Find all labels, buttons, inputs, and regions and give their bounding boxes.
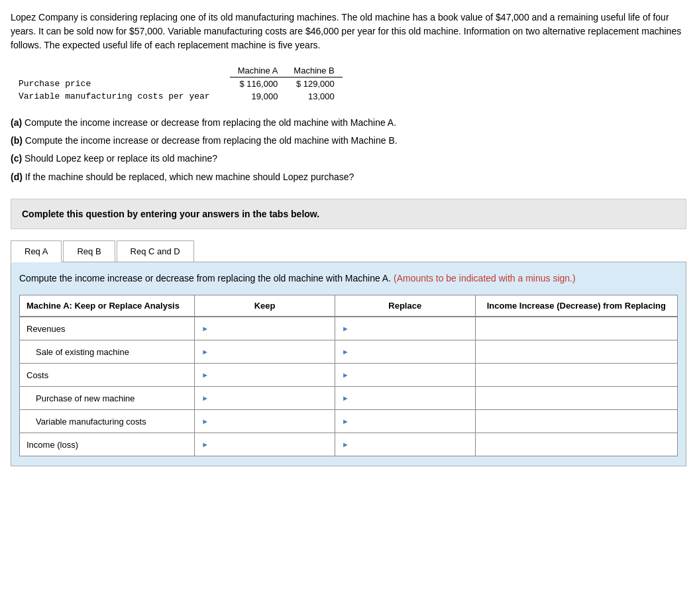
machine-row-col1-1: 19,000 xyxy=(230,90,286,103)
arrow-keep-4: ► xyxy=(201,416,209,427)
analysis-row-label-0: Revenues xyxy=(20,317,195,340)
arrow-replace-2: ► xyxy=(342,370,349,381)
arrow-replace-1: ► xyxy=(342,346,349,358)
instruction-box: Complete this question by entering your … xyxy=(11,199,686,229)
arrow-replace-5: ► xyxy=(342,439,349,450)
machine-row-col1-0: $ 116,000 xyxy=(230,77,286,91)
keep-cell-0[interactable]: ► xyxy=(195,317,335,340)
replace-cell-0[interactable]: ► xyxy=(335,317,475,340)
input-income-3[interactable] xyxy=(482,393,670,403)
tabs-row: Req A Req B Req C and D xyxy=(11,240,686,262)
keep-cell-5[interactable]: ► xyxy=(195,433,335,456)
analysis-row-2: Costs ► ► xyxy=(20,364,678,387)
arrow-keep-0: ► xyxy=(201,323,209,334)
table-header-analysis: Machine A: Keep or Replace Analysis xyxy=(20,295,195,317)
keep-cell-1[interactable]: ► xyxy=(195,340,335,364)
questions-section: (a) Compute the income increase or decre… xyxy=(11,115,686,185)
analysis-row-1: Sale of existing machine ► ► xyxy=(20,340,678,364)
replace-cell-1[interactable]: ► xyxy=(335,340,475,364)
table-header-replace: Replace xyxy=(335,295,475,317)
income-cell-0[interactable] xyxy=(475,317,677,340)
input-replace-3[interactable] xyxy=(350,393,468,403)
analysis-row-4: Variable manufacturing costs ► ► xyxy=(20,410,678,433)
tab-description-highlight: (Amounts to be indicated with a minus si… xyxy=(394,273,576,283)
arrow-keep-1: ► xyxy=(201,346,209,358)
input-replace-0[interactable] xyxy=(350,324,468,334)
replace-cell-4[interactable]: ► xyxy=(335,410,475,433)
tab-description: Compute the income increase or decrease … xyxy=(19,272,678,285)
machine-a-header: Machine A xyxy=(230,64,286,77)
analysis-row-0: Revenues ► ► xyxy=(20,317,678,340)
income-cell-5[interactable] xyxy=(475,433,677,456)
arrow-keep-2: ► xyxy=(201,370,209,381)
machine-row-col2-0: $ 129,000 xyxy=(286,77,342,91)
analysis-row-label-3: Purchase of new machine xyxy=(20,387,195,410)
machine-row-label-1: Variable manufacturing costs per year xyxy=(11,90,230,103)
input-keep-2[interactable] xyxy=(210,370,328,380)
question-d: If the machine should be replaced, which… xyxy=(25,172,354,182)
analysis-table: Machine A: Keep or Replace Analysis Keep… xyxy=(19,295,678,457)
analysis-row-label-4: Variable manufacturing costs xyxy=(20,410,195,433)
keep-cell-2[interactable]: ► xyxy=(195,364,335,387)
arrow-replace-3: ► xyxy=(342,393,349,404)
input-keep-4[interactable] xyxy=(210,417,328,427)
arrow-keep-5: ► xyxy=(201,439,209,450)
input-replace-1[interactable] xyxy=(350,347,468,357)
input-replace-4[interactable] xyxy=(350,417,468,427)
question-b: Compute the income increase or decrease … xyxy=(25,135,398,146)
machine-row-label-0: Purchase price xyxy=(11,77,230,91)
tab-content-area: Compute the income increase or decrease … xyxy=(11,262,686,467)
tab-req-a[interactable]: Req A xyxy=(11,240,62,262)
input-income-2[interactable] xyxy=(482,370,670,380)
machine-row-1: Variable manufacturing costs per year 19… xyxy=(11,90,343,103)
income-cell-2[interactable] xyxy=(475,364,677,387)
table-header-keep: Keep xyxy=(195,295,335,317)
input-keep-0[interactable] xyxy=(210,324,328,334)
replace-cell-3[interactable]: ► xyxy=(335,387,475,410)
arrow-replace-0: ► xyxy=(342,323,349,334)
input-income-0[interactable] xyxy=(482,324,670,334)
input-income-5[interactable] xyxy=(482,440,670,450)
machine-row-col2-1: 13,000 xyxy=(286,90,342,103)
input-replace-2[interactable] xyxy=(350,370,468,380)
income-cell-3[interactable] xyxy=(475,387,677,410)
machine-b-header: Machine B xyxy=(286,64,342,77)
input-replace-5[interactable] xyxy=(350,440,468,450)
analysis-row-label-5: Income (loss) xyxy=(20,433,195,456)
intro-text: Lopez Company is considering replacing o… xyxy=(11,11,686,52)
input-keep-3[interactable] xyxy=(210,393,328,403)
input-income-4[interactable] xyxy=(482,417,670,427)
analysis-row-label-1: Sale of existing machine xyxy=(20,340,195,364)
machine-data-table: Machine A Machine B Purchase price $ 116… xyxy=(11,64,343,103)
analysis-row-label-2: Costs xyxy=(20,364,195,387)
input-keep-1[interactable] xyxy=(210,347,328,357)
machine-row-0: Purchase price $ 116,000 $ 129,000 xyxy=(11,77,343,91)
income-cell-4[interactable] xyxy=(475,410,677,433)
instruction-text: Complete this question by entering your … xyxy=(22,209,319,219)
arrow-keep-3: ► xyxy=(201,393,209,404)
tab-description-normal: Compute the income increase or decrease … xyxy=(19,273,394,283)
keep-cell-4[interactable]: ► xyxy=(195,410,335,433)
analysis-row-5: Income (loss) ► ► xyxy=(20,433,678,456)
tab-req-c-d[interactable]: Req C and D xyxy=(117,240,194,262)
replace-cell-2[interactable]: ► xyxy=(335,364,475,387)
input-income-1[interactable] xyxy=(482,347,670,357)
question-c: Should Lopez keep or replace its old mac… xyxy=(25,153,217,164)
question-a: Compute the income increase or decrease … xyxy=(25,117,396,128)
tabs-container: Req A Req B Req C and D Compute the inco… xyxy=(11,240,686,467)
income-cell-1[interactable] xyxy=(475,340,677,364)
analysis-row-3: Purchase of new machine ► ► xyxy=(20,387,678,410)
input-keep-5[interactable] xyxy=(210,440,328,450)
tab-req-b[interactable]: Req B xyxy=(63,240,115,262)
keep-cell-3[interactable]: ► xyxy=(195,387,335,410)
arrow-replace-4: ► xyxy=(342,416,349,427)
replace-cell-5[interactable]: ► xyxy=(335,433,475,456)
table-header-income: Income Increase (Decrease) from Replacin… xyxy=(475,295,677,317)
